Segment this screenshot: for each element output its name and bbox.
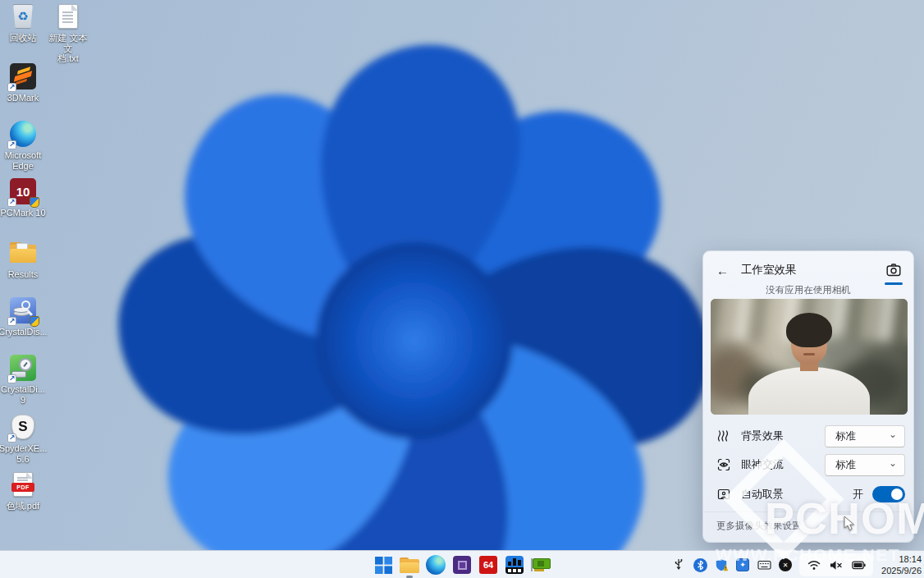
desktop-icon-recycle-bin[interactable]: ♻ 回收站 xyxy=(0,2,46,44)
edge-icon xyxy=(426,555,446,575)
recycle-glyph: ♻ xyxy=(17,9,28,24)
camera-status-text: 没有应用在使用相机 xyxy=(703,284,913,296)
toggle-knob xyxy=(891,489,903,500)
shortcut-arrow-icon: ↗ xyxy=(7,434,16,443)
icon-label: Results xyxy=(8,269,39,280)
blue-app-icon[interactable]: ✦ xyxy=(735,557,750,572)
taskbar: 64 xyxy=(0,550,924,578)
quick-settings-button[interactable] xyxy=(799,553,873,576)
auto-framing-toggle[interactable] xyxy=(872,486,905,502)
desktop-icon-text-document[interactable]: 新建 文本文 档.txt xyxy=(45,2,91,64)
time-text: 18:14 xyxy=(881,553,922,565)
windows-logo-icon xyxy=(375,557,392,574)
shortcut-arrow-icon: ↗ xyxy=(7,140,16,149)
row-label: 自动取景 xyxy=(741,487,784,502)
file-explorer-button[interactable] xyxy=(400,555,419,575)
dropdown-value: 标准 xyxy=(835,458,856,472)
eye-contact-icon xyxy=(716,457,731,472)
icon-label: CrystalDi... 9 xyxy=(1,384,45,405)
row-label: 背景效果 xyxy=(741,429,784,443)
desktop-icon-crystaldiskinfo[interactable]: ↗ CrystalDis... xyxy=(0,296,46,337)
shortcut-arrow-icon: ↗ xyxy=(7,198,16,207)
pdf-icon: PDF xyxy=(9,470,37,498)
desktop-icon-pcmark-10[interactable]: 10 ↗ PCMark 10 xyxy=(0,177,46,218)
chevron-down-icon: ⌄ xyxy=(889,457,897,469)
3dmark-icon: ↗ xyxy=(9,62,37,90)
security-shield-icon[interactable] xyxy=(714,557,729,572)
black-circle-x-icon[interactable]: ✕ xyxy=(778,557,793,572)
pdf-text: PDF xyxy=(16,484,30,490)
edge-button[interactable] xyxy=(426,555,446,575)
icon-label: 色域.pdf xyxy=(7,501,39,511)
studio-effects-panel: ← 工作室效果 没有应用在使用相机 xyxy=(702,250,914,543)
shortcut-arrow-icon: ↗ xyxy=(7,374,16,383)
desktop-icon-spyderx[interactable]: S ↗ SpyderXE... 5.6 xyxy=(0,413,46,464)
panel-title: 工作室效果 xyxy=(741,263,797,278)
edge-icon: ↗ xyxy=(9,120,37,148)
row-label: 眼神交流 xyxy=(741,457,784,472)
file-explorer-icon xyxy=(400,557,419,573)
desktop-icon-results-folder[interactable]: Results xyxy=(0,239,46,280)
touch-keyboard-icon[interactable] xyxy=(757,557,771,572)
disk-benchmark-button[interactable] xyxy=(505,555,524,575)
icon-label: 回收站 xyxy=(10,33,37,44)
eye-contact-dropdown[interactable]: 标准 ⌄ xyxy=(825,454,905,476)
usb-device-icon[interactable] xyxy=(671,557,686,572)
gpu-z-button[interactable] xyxy=(531,555,551,575)
panel-header: ← 工作室效果 xyxy=(716,260,903,280)
cpu-z-icon xyxy=(453,556,471,574)
toggle-state-label: 开 xyxy=(853,487,863,502)
back-button[interactable]: ← xyxy=(716,264,729,278)
pcmark-icon: 10 ↗ xyxy=(9,177,37,205)
icon-label: 3DMark xyxy=(7,93,39,103)
background-effects-row: 背景效果 标准 ⌄ xyxy=(716,424,905,447)
desktop-icon-pdf[interactable]: PDF 色域.pdf xyxy=(0,470,46,511)
benchmark-bars-icon xyxy=(505,556,524,574)
clock[interactable]: 18:14 2025/9/26 xyxy=(881,553,922,577)
text-file-icon xyxy=(54,2,82,30)
auto-framing-icon xyxy=(716,487,731,502)
cpu-z-button[interactable] xyxy=(452,555,472,575)
icon-label: PCMark 10 xyxy=(0,208,45,218)
desktop-icon-3dmark[interactable]: ↗ 3DMark xyxy=(0,62,46,103)
more-camera-settings-link[interactable]: 更多摄像头效果设置 xyxy=(716,520,802,532)
icon-label: SpyderXE... 5.6 xyxy=(0,443,47,464)
uac-shield-icon xyxy=(30,197,39,208)
auto-framing-row: 自动取景 开 xyxy=(716,483,905,506)
desktop: ♻ 回收站 新建 文本文 档.txt ↗ 3DMark ↗ Microsof xyxy=(0,0,924,578)
background-blur-icon xyxy=(716,429,731,443)
aida64-button[interactable]: 64 xyxy=(478,555,498,575)
uac-shield-icon xyxy=(30,316,39,327)
camera-preview xyxy=(711,299,908,415)
spyder-letter: S xyxy=(18,419,27,435)
eye-contact-row: 眼神交流 标准 ⌄ xyxy=(716,453,905,476)
start-button[interactable] xyxy=(373,555,393,575)
icon-label: CrystalDis... xyxy=(0,327,48,337)
bluetooth-icon[interactable] xyxy=(693,557,707,572)
camera-tab-button[interactable] xyxy=(884,261,903,279)
camera-icon xyxy=(886,264,901,277)
pcmark-number: 10 xyxy=(16,185,30,199)
aida64-label: 64 xyxy=(483,560,493,570)
background-effects-dropdown[interactable]: 标准 ⌄ xyxy=(825,425,905,447)
volume-muted-icon xyxy=(829,557,844,572)
battery-icon xyxy=(851,557,866,572)
sparkle-glyph: ✦ xyxy=(739,561,746,569)
chevron-down-icon: ⌄ xyxy=(889,429,897,440)
taskbar-center-icons: 64 xyxy=(373,551,551,578)
spyderx-icon: S ↗ xyxy=(9,413,37,441)
x-glyph: ✕ xyxy=(783,562,789,569)
dropdown-value: 标准 xyxy=(835,429,856,443)
desktop-icon-crystaldiskmark[interactable]: ↗ CrystalDi... 9 xyxy=(0,354,46,405)
desktop-icon-microsoft-edge[interactable]: ↗ Microsoft Edge xyxy=(0,120,46,171)
icon-label: Microsoft Edge xyxy=(5,150,42,171)
system-tray: ✦ ✕ xyxy=(671,551,922,578)
shortcut-arrow-icon: ↗ xyxy=(7,317,16,326)
crystaldiskmark-icon: ↗ xyxy=(9,354,37,382)
wifi-icon xyxy=(807,557,821,572)
shortcut-arrow-icon: ↗ xyxy=(7,83,16,92)
gpu-z-icon xyxy=(531,558,551,572)
panel-divider xyxy=(703,511,913,512)
recycle-bin-icon: ♻ xyxy=(9,2,37,30)
icon-label: 新建 文本文 档.txt xyxy=(45,33,91,64)
